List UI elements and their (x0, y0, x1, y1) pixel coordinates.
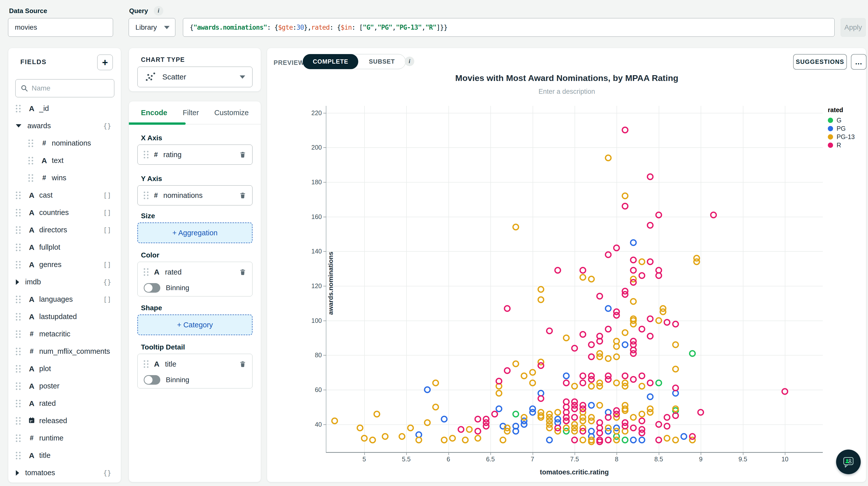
data-point-PG-13[interactable] (664, 435, 671, 441)
data-point-R[interactable] (613, 245, 620, 251)
data-point-PG-13[interactable] (495, 390, 502, 397)
data-point-R[interactable] (647, 222, 654, 229)
data-source-input[interactable]: movies (8, 18, 113, 37)
suggestions-button[interactable]: SUGGESTIONS (793, 54, 847, 69)
data-point-PG-13[interactable] (613, 436, 620, 443)
data-point-PG-13[interactable] (622, 383, 628, 390)
data-point-R[interactable] (555, 424, 561, 431)
data-point-PG-13[interactable] (596, 383, 603, 390)
data-point-R[interactable] (483, 423, 490, 429)
data-point-G[interactable] (512, 410, 519, 417)
data-point-R[interactable] (474, 428, 481, 435)
data-point-PG-13[interactable] (399, 433, 405, 440)
data-point-R[interactable] (588, 353, 595, 360)
drag-handle-icon[interactable] (16, 313, 21, 320)
data-point-PG-13[interactable] (571, 383, 578, 390)
data-point-PG-13[interactable] (630, 320, 637, 327)
data-point-PG-13[interactable] (538, 286, 545, 293)
data-point-PG-13[interactable] (580, 418, 586, 424)
data-point-R[interactable] (613, 312, 620, 319)
data-point-R[interactable] (630, 376, 637, 383)
query-input[interactable]: {"awards.nominations": {$gte: 30}, rated… (183, 18, 835, 37)
data-point-R[interactable] (622, 127, 628, 134)
data-point-PG-13[interactable] (474, 435, 481, 441)
data-point-PG[interactable] (521, 421, 528, 428)
data-point-PG-13[interactable] (655, 317, 662, 324)
data-point-R[interactable] (504, 305, 511, 312)
y-axis-field[interactable]: # nominations (137, 185, 252, 205)
data-point-R[interactable] (571, 414, 578, 421)
x-axis-field[interactable]: # rating (137, 145, 252, 165)
data-point-R[interactable] (664, 319, 671, 325)
data-point-PG-13[interactable] (596, 402, 603, 409)
chart-title[interactable]: Movies with Most Award Nominations, by M… (267, 73, 867, 83)
data-point-R[interactable] (655, 421, 662, 428)
data-point-R[interactable] (458, 426, 464, 433)
data-point-PG-13[interactable] (630, 298, 637, 305)
field-item-countries[interactable]: Acountries[] (8, 204, 121, 221)
data-point-R[interactable] (563, 379, 569, 386)
data-point-PG-13[interactable] (331, 418, 338, 424)
data-point-PG[interactable] (622, 341, 628, 348)
data-point-R[interactable] (504, 367, 511, 374)
field-item-_id[interactable]: A_id (8, 100, 121, 117)
field-item-plot[interactable]: Aplot (8, 360, 121, 377)
data-point-PG-13[interactable] (563, 334, 569, 341)
data-point-PG[interactable] (630, 239, 637, 246)
data-point-PG-13[interactable] (622, 407, 628, 414)
data-point-PG[interactable] (630, 436, 637, 443)
data-point-R[interactable] (639, 373, 645, 379)
data-point-PG-13[interactable] (588, 438, 595, 445)
trash-icon[interactable] (239, 192, 246, 199)
data-point-R[interactable] (588, 376, 595, 383)
drag-handle-icon[interactable] (16, 209, 21, 217)
data-point-PG-13[interactable] (432, 403, 439, 410)
data-point-R[interactable] (622, 291, 628, 298)
data-point-PG-13[interactable] (546, 424, 553, 431)
data-point-PG-13[interactable] (462, 436, 469, 443)
data-point-PG-13[interactable] (639, 258, 645, 265)
data-point-PG-13[interactable] (647, 409, 654, 416)
data-point-PG-13[interactable] (529, 379, 536, 386)
mode-complete-button[interactable]: COMPLETE (303, 54, 358, 69)
data-point-R[interactable] (639, 430, 645, 436)
data-point-R[interactable] (491, 410, 498, 417)
data-point-PG-13[interactable] (630, 414, 637, 421)
data-point-PG-13[interactable] (555, 409, 561, 416)
data-point-PG-13[interactable] (521, 373, 528, 379)
data-point-PG-13[interactable] (596, 353, 603, 360)
data-point-R[interactable] (596, 430, 603, 436)
chart-description-placeholder[interactable]: Enter a description (267, 88, 867, 95)
field-item-languages[interactable]: Alanguages[] (8, 291, 121, 308)
chat-help-button[interactable] (836, 450, 861, 474)
data-point-R[interactable] (571, 436, 578, 443)
drag-handle-icon[interactable] (28, 140, 33, 147)
data-point-PG-13[interactable] (588, 383, 595, 390)
data-point-PG-13[interactable] (580, 274, 586, 281)
data-point-PG-13[interactable] (580, 436, 586, 443)
data-point-R[interactable] (571, 345, 578, 351)
data-point-PG-13[interactable] (605, 424, 612, 431)
data-point-PG-13[interactable] (441, 436, 447, 443)
query-mode-select[interactable]: Library (129, 18, 175, 37)
data-point-R[interactable] (622, 373, 628, 379)
data-point-PG-13[interactable] (588, 276, 595, 282)
data-point-R[interactable] (538, 395, 545, 402)
size-add-aggregation-button[interactable]: + Aggregation (137, 223, 252, 243)
data-point-PG-13[interactable] (605, 355, 612, 362)
field-item-num_mflix_comments[interactable]: #num_mflix_comments (8, 343, 121, 360)
data-point-PG-13[interactable] (571, 428, 578, 435)
drag-handle-icon[interactable] (16, 244, 21, 251)
drag-handle-icon[interactable] (16, 400, 21, 407)
data-point-R[interactable] (571, 405, 578, 412)
data-point-PG-13[interactable] (373, 410, 380, 417)
caret-right-icon[interactable] (16, 279, 19, 285)
data-point-R[interactable] (555, 267, 561, 274)
data-point-PG-13[interactable] (449, 435, 456, 441)
drag-handle-icon[interactable] (16, 192, 21, 199)
data-point-PG[interactable] (563, 373, 569, 379)
data-point-R[interactable] (580, 373, 586, 379)
field-item-title[interactable]: Atitle (8, 447, 121, 464)
data-point-PG-13[interactable] (538, 296, 545, 303)
data-point-PG[interactable] (441, 416, 447, 423)
